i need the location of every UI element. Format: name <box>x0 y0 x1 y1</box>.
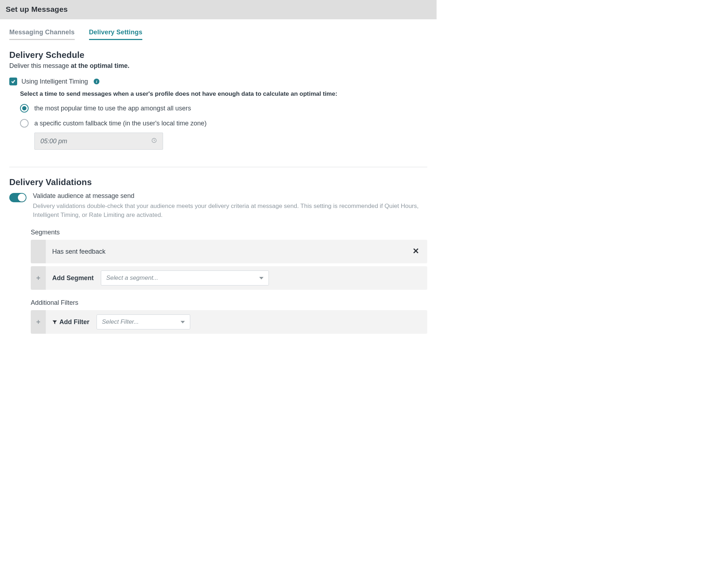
delivery-schedule-subline: Deliver this message at the optimal time… <box>9 62 427 70</box>
chevron-down-icon <box>259 277 264 279</box>
page-title: Set up Messages <box>6 5 431 14</box>
add-filter-label: Add Filter <box>52 318 89 326</box>
delivery-schedule-heading: Delivery Schedule <box>9 50 427 60</box>
chevron-down-icon <box>181 321 185 323</box>
add-filter-button[interactable]: + <box>31 310 46 334</box>
clock-icon <box>151 138 157 145</box>
segments-heading: Segments <box>31 229 427 236</box>
segment-name: Has sent feedback <box>52 248 105 255</box>
radio-popular-time[interactable] <box>20 104 29 113</box>
remove-segment-button[interactable] <box>411 246 421 258</box>
segment-select-placeholder: Select a segment... <box>106 274 158 282</box>
svg-marker-3 <box>53 321 57 324</box>
validate-audience-description: Delivery validations double-check that y… <box>33 202 427 219</box>
fallback-time-value: 05:00 pm <box>40 138 67 145</box>
add-filter-row: + Add Filter Select Filter... <box>31 310 427 334</box>
filter-select-placeholder: Select Filter... <box>102 318 139 326</box>
close-icon <box>413 248 419 254</box>
fallback-time-input[interactable]: 05:00 pm <box>34 133 163 150</box>
divider <box>9 167 427 167</box>
tab-delivery-settings[interactable]: Delivery Settings <box>89 29 142 40</box>
validate-audience-label: Validate audience at message send <box>33 192 427 200</box>
subline-bold: at the optimal time. <box>71 62 129 69</box>
segment-row: Has sent feedback <box>31 240 427 263</box>
radio-popular-label: the most popular time to use the app amo… <box>34 105 191 112</box>
intelligent-timing-label: Using Intelligent Timing <box>21 78 88 85</box>
info-icon[interactable]: i <box>94 79 99 84</box>
segment-handle <box>31 240 46 263</box>
add-segment-button[interactable]: + <box>31 266 46 290</box>
funnel-icon <box>52 320 57 325</box>
add-filter-text: Add Filter <box>59 318 89 326</box>
add-segment-label: Add Segment <box>52 274 94 282</box>
tabs: Messaging Channels Delivery Settings <box>9 19 427 40</box>
segment-select[interactable]: Select a segment... <box>101 270 269 285</box>
fallback-prompt: Select a time to send messages when a us… <box>20 90 427 98</box>
subline-prefix: Deliver this message <box>9 62 71 69</box>
validate-audience-toggle[interactable] <box>9 193 26 202</box>
check-icon <box>11 79 16 84</box>
add-segment-row: + Add Segment Select a segment... <box>31 266 427 290</box>
filter-select[interactable]: Select Filter... <box>97 314 190 329</box>
tab-messaging-channels[interactable]: Messaging Channels <box>9 29 75 40</box>
filters-heading: Additional Filters <box>31 299 427 307</box>
radio-custom-label: a specific custom fallback time (in the … <box>34 120 207 127</box>
radio-custom-time[interactable] <box>20 119 29 128</box>
page-header: Set up Messages <box>0 0 437 19</box>
intelligent-timing-checkbox[interactable] <box>9 78 17 85</box>
delivery-validations-heading: Delivery Validations <box>9 177 427 187</box>
